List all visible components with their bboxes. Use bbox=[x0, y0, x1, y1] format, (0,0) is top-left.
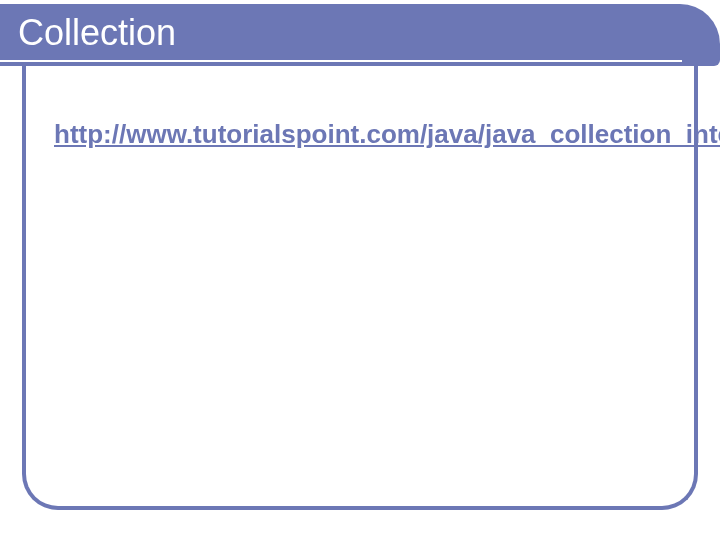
tutorial-link[interactable]: http://www.tutorialspoint.com/java/java_… bbox=[54, 118, 666, 152]
slide-title: Collection bbox=[18, 12, 176, 54]
title-underline bbox=[0, 60, 682, 62]
slide: Collection http://www.tutorialspoint.com… bbox=[0, 0, 720, 540]
